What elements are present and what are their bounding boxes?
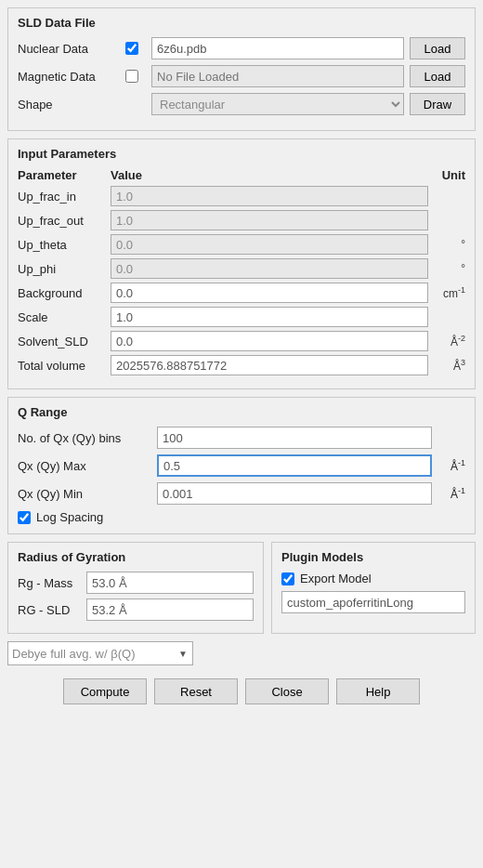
- log-spacing-checkbox[interactable]: [18, 511, 31, 524]
- rg-title: Radius of Gyration: [18, 550, 254, 564]
- shape-label: Shape: [18, 98, 120, 112]
- param-label-up-frac-in: Up_frac_in: [18, 190, 111, 204]
- reset-button[interactable]: Reset: [154, 678, 238, 704]
- qmax-input[interactable]: [157, 454, 432, 477]
- model-row: Debye full avg. w/ β(Q): [7, 641, 476, 665]
- param-unit-background: cm-1: [428, 285, 465, 300]
- qmax-label: Qx (Qy) Max: [18, 459, 157, 473]
- rg-sld-label: RG - SLD: [18, 603, 81, 617]
- param-input-total-volume[interactable]: [111, 355, 428, 375]
- param-input-up-theta[interactable]: [111, 234, 428, 255]
- qrange-section: Q Range No. of Qx (Qy) bins Qx (Qy) Max …: [7, 397, 476, 534]
- col-param-header: Parameter: [18, 168, 111, 182]
- param-label-up-phi: Up_phi: [18, 262, 111, 276]
- close-button[interactable]: Close: [245, 678, 329, 704]
- rg-mass-row: Rg - Mass: [18, 572, 254, 594]
- action-buttons: Compute Reset Close Help: [7, 673, 476, 708]
- param-row-total-volume: Total volume Å3: [18, 355, 465, 375]
- col-unit-header: Unit: [428, 168, 465, 182]
- draw-button[interactable]: Draw: [410, 93, 465, 115]
- qrange-title: Q Range: [18, 405, 465, 419]
- bins-input[interactable]: [157, 427, 432, 449]
- param-input-up-frac-in[interactable]: [111, 186, 428, 206]
- main-container: SLD Data File Nuclear Data Load Magnetic…: [0, 0, 483, 716]
- magnetic-checkbox[interactable]: [125, 70, 138, 83]
- compute-button[interactable]: Compute: [63, 678, 147, 704]
- export-model-row: Export Model: [281, 572, 465, 585]
- log-spacing-label: Log Spacing: [36, 510, 103, 524]
- param-label-up-frac-out: Up_frac_out: [18, 214, 111, 228]
- param-label-scale: Scale: [18, 310, 111, 324]
- param-row-background: Background cm-1: [18, 283, 465, 303]
- magnetic-row: Magnetic Data Load: [18, 65, 465, 87]
- plugin-model-input[interactable]: [281, 591, 465, 613]
- rg-sld-input[interactable]: [86, 598, 254, 621]
- magnetic-checkbox-wrap[interactable]: [125, 70, 146, 83]
- nuclear-checkbox[interactable]: [125, 42, 138, 55]
- shape-row: Shape Rectangular Draw: [18, 93, 465, 115]
- sld-title: SLD Data File: [18, 16, 465, 30]
- input-title: Input Parameters: [18, 147, 465, 161]
- param-row-up-frac-out: Up_frac_out: [18, 210, 465, 230]
- shape-select[interactable]: Rectangular: [151, 93, 404, 115]
- model-select-wrap[interactable]: Debye full avg. w/ β(Q): [7, 641, 193, 665]
- param-row-up-frac-in: Up_frac_in: [18, 186, 465, 206]
- rg-panel: Radius of Gyration Rg - Mass RG - SLD: [7, 542, 264, 634]
- rg-mass-label: Rg - Mass: [18, 576, 81, 590]
- param-row-up-phi: Up_phi °: [18, 258, 465, 279]
- params-header: Parameter Value Unit: [18, 168, 465, 182]
- nuclear-load-button[interactable]: Load: [410, 37, 465, 59]
- export-model-checkbox[interactable]: [281, 572, 294, 585]
- help-button[interactable]: Help: [336, 678, 420, 704]
- nuclear-row: Nuclear Data Load: [18, 37, 465, 59]
- col-value-header: Value: [111, 168, 428, 182]
- export-model-label: Export Model: [300, 572, 372, 585]
- plugin-title: Plugin Models: [281, 550, 465, 564]
- bins-label: No. of Qx (Qy) bins: [18, 431, 157, 445]
- bins-row: No. of Qx (Qy) bins: [18, 427, 465, 449]
- nuclear-label: Nuclear Data: [18, 42, 120, 56]
- sld-section: SLD Data File Nuclear Data Load Magnetic…: [7, 7, 476, 131]
- param-label-total-volume: Total volume: [18, 359, 111, 373]
- qmax-row: Qx (Qy) Max Å-1: [18, 454, 465, 477]
- param-label-background: Background: [18, 286, 111, 300]
- param-unit-up-theta: °: [428, 238, 465, 251]
- input-section: Input Parameters Parameter Value Unit Up…: [7, 138, 476, 389]
- qmin-row: Qx (Qy) Min Å-1: [18, 482, 465, 505]
- param-row-solvent-sld: Solvent_SLD Å-2: [18, 331, 465, 351]
- qmax-unit: Å-1: [432, 458, 465, 473]
- param-input-scale[interactable]: [111, 307, 428, 327]
- param-label-solvent-sld: Solvent_SLD: [18, 335, 111, 349]
- param-input-up-frac-out[interactable]: [111, 210, 428, 230]
- param-unit-up-phi: °: [428, 262, 465, 275]
- magnetic-load-button[interactable]: Load: [410, 65, 465, 87]
- qmin-label: Qx (Qy) Min: [18, 487, 157, 501]
- param-label-up-theta: Up_theta: [18, 238, 111, 252]
- qmin-unit: Å-1: [432, 486, 465, 501]
- plugin-panel: Plugin Models Export Model: [271, 542, 476, 634]
- rg-sld-row: RG - SLD: [18, 598, 254, 621]
- nuclear-checkbox-wrap[interactable]: [125, 42, 146, 55]
- magnetic-file-input[interactable]: [151, 65, 404, 87]
- model-select[interactable]: Debye full avg. w/ β(Q): [7, 641, 193, 665]
- qmin-input[interactable]: [157, 482, 432, 505]
- nuclear-file-input[interactable]: [151, 37, 404, 59]
- magnetic-label: Magnetic Data: [18, 70, 120, 84]
- rg-mass-input[interactable]: [86, 572, 254, 594]
- bottom-panels: Radius of Gyration Rg - Mass RG - SLD Pl…: [7, 542, 476, 634]
- param-row-scale: Scale: [18, 307, 465, 327]
- param-row-up-theta: Up_theta °: [18, 234, 465, 255]
- param-unit-solvent-sld: Å-2: [428, 334, 465, 349]
- param-input-background[interactable]: [111, 283, 428, 303]
- param-unit-total-volume: Å3: [428, 358, 465, 373]
- param-input-up-phi[interactable]: [111, 258, 428, 279]
- log-spacing-row: Log Spacing: [18, 510, 465, 524]
- param-input-solvent-sld[interactable]: [111, 331, 428, 351]
